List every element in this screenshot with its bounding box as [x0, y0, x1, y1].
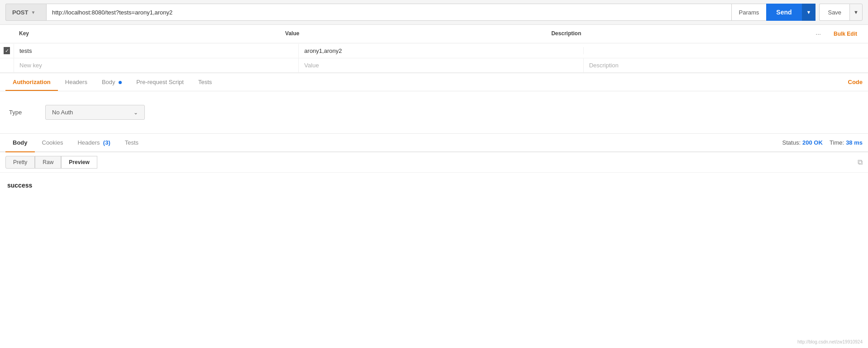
tab-headers[interactable]: Headers — [58, 73, 95, 91]
new-description-cell[interactable]: Description — [583, 58, 868, 72]
request-tabs: Authorization Headers Body Pre-request S… — [0, 73, 868, 91]
code-button[interactable]: Code — [848, 73, 863, 91]
send-button-group: Send ▼ — [766, 4, 816, 21]
checkbox-checked[interactable]: ✓ — [4, 47, 10, 54]
resp-tab-body[interactable]: Body — [5, 134, 35, 151]
send-arrow-button[interactable]: ▼ — [802, 4, 816, 21]
params-header: Key Value Description ··· Bulk Edit — [0, 25, 868, 43]
bulk-edit-button[interactable]: Bulk Edit — [828, 29, 863, 39]
status-label: Status: — [782, 139, 801, 146]
key-cell[interactable]: tests — [14, 44, 298, 58]
resp-tab-cookies[interactable]: Cookies — [35, 134, 71, 151]
description-cell[interactable] — [583, 47, 868, 54]
headers-badge: (3) — [101, 139, 110, 146]
row-checkbox[interactable]: ✓ — [0, 43, 14, 58]
send-main-button[interactable]: Send — [766, 4, 801, 21]
format-bar: Pretty Raw Preview ⧉ — [0, 152, 868, 173]
value-header: Value — [280, 28, 546, 39]
time-label: Time: — [830, 139, 844, 146]
method-chevron: ▼ — [31, 10, 35, 15]
save-arrow-button[interactable]: ▼ — [849, 4, 863, 21]
body-dot — [119, 81, 122, 84]
save-main-button[interactable]: Save — [819, 4, 849, 21]
more-options[interactable]: ··· — [812, 28, 825, 39]
top-bar: POST ▼ Params Send ▼ Save ▼ — [0, 0, 868, 25]
response-content: success — [7, 182, 32, 189]
value-cell[interactable]: arony1,arony2 — [298, 44, 583, 58]
new-params-row: New key Value Description — [0, 58, 868, 73]
response-tabs: Body Cookies Headers (3) Tests Status: 2… — [0, 134, 868, 152]
auth-type-select[interactable]: No Auth ⌄ — [45, 105, 145, 120]
auth-row: Type No Auth ⌄ — [9, 105, 859, 120]
auth-section: Type No Auth ⌄ — [0, 91, 868, 134]
save-button-group: Save ▼ — [819, 4, 863, 21]
response-status: Status: 200 OK Time: 38 ms — [782, 139, 863, 146]
type-label: Type — [9, 109, 36, 116]
pretty-button[interactable]: Pretty — [5, 156, 35, 169]
new-row-checkbox-area — [0, 62, 14, 69]
params-button[interactable]: Params — [731, 4, 767, 21]
new-key-cell[interactable]: New key — [14, 58, 298, 72]
tab-pre-request[interactable]: Pre-request Script — [129, 73, 191, 91]
method-label: POST — [12, 9, 28, 16]
time-value: 38 ms — [846, 139, 863, 146]
raw-button[interactable]: Raw — [35, 156, 61, 169]
preview-button[interactable]: Preview — [61, 156, 97, 169]
resp-tab-tests[interactable]: Tests — [118, 134, 146, 151]
params-table: Key Value Description ··· Bulk Edit ✓ te… — [0, 25, 868, 73]
response-body: success — [0, 173, 868, 198]
table-row: ✓ tests arony1,arony2 — [0, 43, 868, 58]
tab-authorization[interactable]: Authorization — [5, 73, 58, 91]
description-header: Description — [546, 28, 812, 39]
url-input[interactable] — [46, 4, 731, 21]
response-area: Body Cookies Headers (3) Tests Status: 2… — [0, 134, 868, 198]
key-header: Key — [14, 28, 280, 39]
new-value-cell[interactable]: Value — [298, 58, 583, 72]
status-value: 200 OK — [802, 139, 823, 146]
tab-body[interactable]: Body — [95, 73, 129, 91]
auth-type-value: No Auth — [52, 109, 73, 116]
resp-tab-headers[interactable]: Headers (3) — [70, 134, 117, 151]
method-dropdown[interactable]: POST ▼ — [5, 4, 46, 21]
copy-icon[interactable]: ⧉ — [858, 158, 863, 166]
tab-tests[interactable]: Tests — [191, 73, 219, 91]
auth-chevron-icon: ⌄ — [134, 109, 138, 116]
